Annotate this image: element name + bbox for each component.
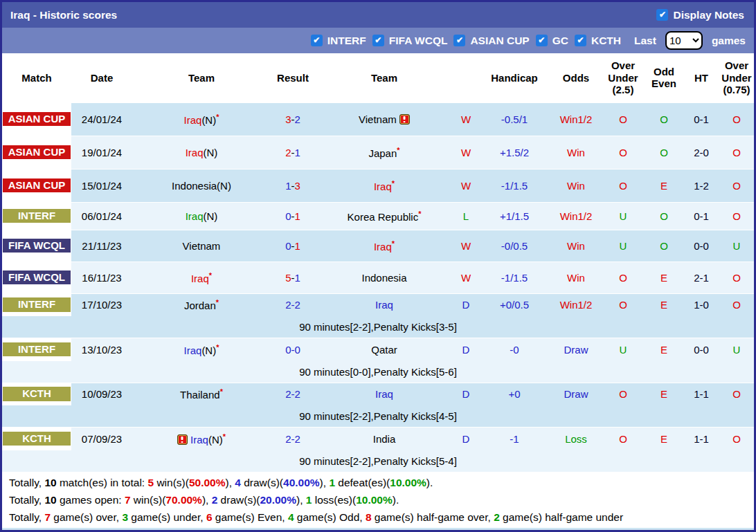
column-header-team: Team	[315, 53, 453, 102]
wdl-cell: D	[453, 428, 478, 450]
totals-summary: Totally, 10 match(es) in total: 5 win(s)…	[2, 472, 754, 526]
team-name[interactable]: Indonesia	[172, 180, 217, 192]
team-name[interactable]: Iraq	[186, 210, 204, 222]
handicap-cell: +0/0.5	[478, 293, 550, 316]
filter-checkbox-interf[interactable]: ✔	[311, 35, 323, 46]
filter-checkbox-kcth[interactable]: ✔	[575, 35, 586, 46]
team-name[interactable]: Iraq	[184, 114, 202, 126]
team-name[interactable]: Iraq	[374, 181, 392, 192]
team-name[interactable]: Korea Republic	[348, 211, 419, 223]
team-name[interactable]: Jordan	[184, 300, 216, 311]
date-cell: 19/01/24	[71, 136, 132, 169]
over-under-25-cell: U	[602, 230, 645, 262]
team-name[interactable]: Iraq	[374, 241, 392, 253]
match-row: KCTH10/09/23Thailand*2-2IraqD+0DrawOE1-1…	[2, 383, 754, 405]
team-name[interactable]: Indonesia	[361, 272, 406, 284]
team-cell-home: Vietnam	[132, 230, 271, 262]
home-away-star: *	[223, 432, 226, 441]
note-row: 90 minutes[0-0],Penalty Kicks[5-6]	[2, 361, 754, 383]
team-suffix: (N)	[201, 114, 216, 126]
filter-fifa-wcql[interactable]: ✔FIFA WCQL	[372, 35, 448, 47]
handicap-cell: -0	[478, 338, 550, 361]
summary-segment: 4	[288, 511, 294, 523]
over-under-25-cell: O	[602, 428, 645, 450]
team-name[interactable]: Thailand	[180, 389, 220, 401]
odds-cell: Win	[550, 262, 602, 293]
filter-asian-cup[interactable]: ✔ASIAN CUP	[453, 35, 529, 47]
summary-segment: 1	[329, 477, 335, 488]
summary-segment: ),	[202, 494, 212, 506]
match-row: ASIAN CUP24/01/24Iraq(N)*3-2Vietnam W-0.…	[2, 102, 754, 136]
competition-label: KCTH	[3, 432, 71, 446]
competition-label: ASIAN CUP	[3, 112, 71, 127]
column-header-result-letter	[453, 53, 478, 102]
column-header-ht: HT	[683, 53, 719, 102]
summary-segment: 10.00%	[390, 477, 426, 488]
games-label: games	[712, 35, 746, 47]
handicap-cell: +1/1.5	[478, 202, 550, 230]
team-name[interactable]: Iraq	[375, 388, 393, 400]
match-row: ASIAN CUP15/01/24Indonesia(N)1-3Iraq*W-1…	[2, 169, 754, 202]
team-name[interactable]: Iraq	[186, 147, 204, 158]
home-away-star: *	[216, 343, 219, 351]
filter-gc[interactable]: ✔GC	[536, 35, 568, 47]
result-cell: 3-2	[271, 102, 315, 136]
home-away-star: *	[392, 239, 395, 248]
competition-label: ASIAN CUP	[3, 145, 71, 160]
summary-line-1: Totally, 10 match(es) in total: 5 win(s)…	[9, 474, 747, 491]
filter-checkbox-gc[interactable]: ✔	[536, 35, 548, 46]
team-name[interactable]: Iraq	[191, 273, 209, 284]
odds-cell: Draw	[550, 383, 602, 405]
partial-next-row	[2, 528, 754, 531]
over-under-25-cell: O	[602, 136, 645, 169]
away-score: 3	[295, 180, 300, 192]
filter-bar: ✔INTERF✔FIFA WCQL✔ASIAN CUP✔GC✔KCTH Last…	[2, 28, 754, 53]
team-name[interactable]: Iraq	[190, 434, 208, 446]
filter-interf[interactable]: ✔INTERF	[311, 35, 366, 47]
result-cell: 0-1	[271, 230, 315, 262]
card-icon	[399, 114, 410, 125]
filter-kcth[interactable]: ✔KCTH	[575, 35, 621, 47]
competition-cell: INTERF	[2, 338, 71, 361]
away-score: 2	[295, 388, 300, 400]
over-under-075-cell: O	[719, 383, 754, 405]
team-name[interactable]: Vietnam	[183, 240, 221, 252]
team-name[interactable]: Vietnam	[359, 113, 397, 125]
competition-label: INTERF	[3, 297, 71, 312]
wdl-cell: W	[453, 102, 478, 136]
team-cell-home: Iraq(N)*	[132, 338, 271, 361]
summary-segment: 70.00%	[165, 494, 202, 506]
games-count-select[interactable]: 10	[665, 31, 703, 50]
column-header-odds: Odds	[550, 53, 602, 102]
handicap-cell: +1.5/2	[478, 136, 550, 169]
summary-segment: ).	[393, 494, 399, 506]
display-notes-toggle[interactable]: ✔ Display Notes	[656, 9, 744, 21]
team-name[interactable]: Iraq	[375, 299, 393, 311]
column-header-odd-even: Odd Even	[645, 53, 683, 102]
odd-even-cell: E	[645, 169, 683, 202]
odds-cell: Win1/2	[550, 293, 602, 316]
column-header-team: Team	[132, 53, 271, 102]
competition-label: KCTH	[3, 387, 71, 401]
over-under-25-cell: O	[602, 169, 645, 202]
over-under-075-cell: U	[719, 230, 754, 262]
team-name[interactable]: Qatar	[371, 344, 397, 356]
team-name[interactable]: India	[373, 433, 396, 445]
team-name[interactable]: Japan	[368, 147, 397, 159]
summary-segment: ),	[225, 477, 235, 488]
competition-cell: KCTH	[2, 428, 71, 450]
filter-checkbox-fifa-wcql[interactable]: ✔	[372, 35, 384, 46]
summary-line-2: Totally, 10 games open: 7 win(s)(70.00%)…	[9, 491, 747, 508]
summary-segment: 7	[44, 511, 51, 523]
team-name[interactable]: Iraq	[184, 345, 202, 356]
filter-label: INTERF	[327, 35, 366, 47]
match-row: ASIAN CUP19/01/24Iraq(N)2-1Japan*W+1.5/2…	[2, 136, 754, 169]
competition-label: FIFA WCQL	[3, 239, 71, 253]
competition-label: INTERF	[3, 342, 71, 357]
filter-checkbox-asian-cup[interactable]: ✔	[453, 35, 465, 46]
display-notes-checkbox[interactable]: ✔	[656, 9, 668, 21]
team-cell-away: Japan*	[315, 136, 453, 169]
ht-cell: 0-0	[683, 338, 719, 361]
result-cell: 2-1	[271, 136, 315, 169]
display-notes-label: Display Notes	[673, 9, 744, 21]
